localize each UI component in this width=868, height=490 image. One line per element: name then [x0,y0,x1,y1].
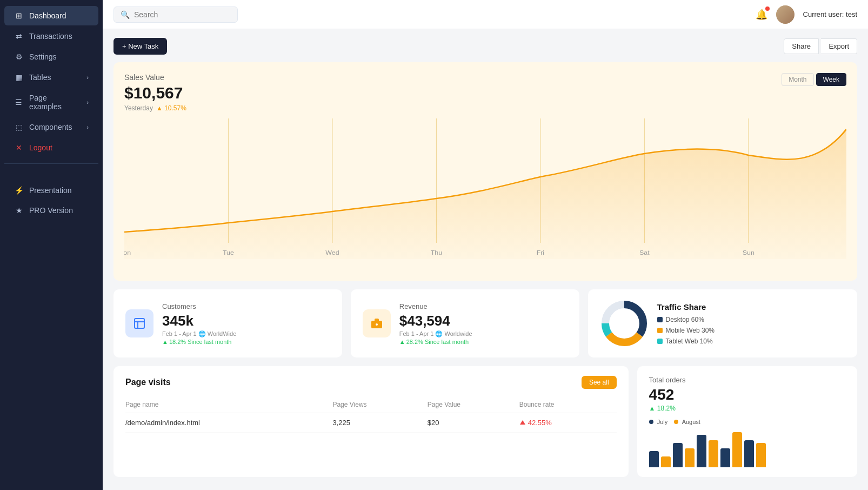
sidebar-item-tables[interactable]: ▦ Tables › [4,68,98,87]
page-examples-icon: ☰ [14,98,24,107]
share-export-group: Share Export [784,38,857,54]
legend-item-desktop: Desktop 60% [657,316,715,323]
legend-august: August [674,419,700,425]
traffic-share-info: Traffic Share Desktop 60% Mobile Web 30% [657,302,715,345]
sidebar-item-logout[interactable]: ✕ Logout [4,138,98,157]
period-buttons: Month Week [782,73,846,86]
col-bounce-rate: Bounce rate [519,396,617,413]
bar-july-2 [673,443,683,467]
sidebar-item-transactions[interactable]: ⇄ Transactions [4,27,98,46]
bottom-row: Page visits See all Page name Page Views… [113,366,857,477]
sales-change: ▲ 10.57% [156,104,186,112]
sidebar-item-settings[interactable]: ⚙ Settings [4,47,98,67]
row-value: $20 [428,413,519,433]
dashboard-icon: ⊞ [14,11,24,20]
july-dot [649,420,653,424]
period-week-button[interactable]: Week [816,73,846,86]
legend-item-mobile: Mobile Web 30% [657,327,715,334]
topbar-right: 🔔 Current user: test [756,5,857,24]
page-visits-title: Page visits [125,378,171,387]
orders-bar-chart [649,429,845,467]
sidebar-item-label: PRO Version [29,206,73,215]
topbar: 🔍 🔔 Current user: test [103,0,868,29]
sidebar-item-label: Logout [29,143,52,152]
page-visits-header: Page visits See all [125,376,617,389]
sidebar-divider [4,163,98,164]
see-all-button[interactable]: See all [582,376,617,389]
sidebar-item-components[interactable]: ⬚ Components › [4,117,98,137]
content-area: + New Task Share Export Sales Value $10,… [103,29,868,490]
customers-icon-box [125,309,153,337]
tablet-dot [657,339,663,344]
settings-icon: ⚙ [14,52,24,61]
sidebar-item-label: Settings [29,52,57,61]
action-bar: + New Task Share Export [113,38,857,55]
sidebar-item-dashboard[interactable]: ⊞ Dashboard [4,6,98,25]
svg-text:Mon: Mon [124,249,131,256]
new-task-button[interactable]: + New Task [113,38,167,55]
sales-title: Sales Value [124,73,186,82]
search-box[interactable]: 🔍 [113,6,238,23]
row-views: 3,225 [332,413,427,433]
customers-date-range: Feb 1 - Apr 1 🌐 WorldWide [162,330,330,337]
sidebar-item-pro-version[interactable]: ★ PRO Version [4,201,98,220]
presentation-icon: ⚡ [14,186,24,195]
august-dot [674,420,678,424]
mobile-label: Mobile Web 30% [666,327,715,334]
sidebar-item-label: Tables [29,73,51,82]
mobile-dot [657,328,663,333]
search-input[interactable] [134,10,231,19]
col-page-value: Page Value [428,396,519,413]
period-month-button[interactable]: Month [782,73,813,86]
row-page: /demo/admin/index.html [125,413,332,433]
bar-july-4 [720,448,730,467]
traffic-donut-chart [600,299,649,348]
svg-text:Fri: Fri [537,249,545,256]
export-button[interactable]: Export [821,38,857,54]
donut-legend: Desktop 60% Mobile Web 30% Tablet Web 10… [657,316,715,345]
customers-icon [133,317,146,330]
bar-aug-5 [756,443,766,467]
svg-text:Tue: Tue [223,249,234,256]
revenue-icon [370,317,383,330]
svg-rect-13 [135,319,144,328]
customers-value: 345k [162,313,330,329]
arrow-up-icon [519,420,526,426]
revenue-value: $43,594 [399,313,567,329]
bar-aug-1 [661,456,671,467]
tables-icon: ▦ [14,73,24,82]
desktop-dot [657,317,663,322]
bar-july-1 [649,451,659,467]
customers-card: Customers 345k Feb 1 - Apr 1 🌐 WorldWide… [113,289,342,357]
user-name: Current user: test [803,10,857,18]
orders-label: Total orders [649,376,845,384]
orders-change: ▲ 18.2% [649,405,845,412]
revenue-icon-box [363,309,391,337]
revenue-change: ▲28.2% Since last month [399,339,567,345]
svg-text:Sat: Sat [639,249,650,256]
chart-header: Sales Value $10,567 Yesterday ▲ 10.57% M… [124,73,846,118]
avatar [776,5,794,24]
bounce-indicator: 42.55% [519,419,617,427]
sidebar: ⊞ Dashboard ⇄ Transactions ⚙ Settings ▦ … [0,0,103,490]
logout-icon: ✕ [14,143,24,152]
row-bounce: 42.55% [519,413,617,433]
bar-aug-3 [709,440,718,467]
tablet-label: Tablet Web 10% [666,337,713,345]
share-button[interactable]: Share [784,38,819,54]
main-content: 🔍 🔔 Current user: test + New Task Share … [103,0,868,490]
svg-text:Wed: Wed [325,249,339,256]
sidebar-item-presentation[interactable]: ⚡ Presentation [4,181,98,200]
sidebar-item-page-examples[interactable]: ☰ Page examples › [4,88,98,116]
revenue-label: Revenue [399,302,567,310]
chevron-right-icon: › [86,124,89,130]
sidebar-item-label: Transactions [29,32,72,41]
col-page-views: Page Views [332,396,427,413]
notification-button[interactable]: 🔔 [756,9,767,21]
traffic-title: Traffic Share [657,302,715,312]
svg-text:Thu: Thu [431,249,442,256]
orders-legend: July August [649,419,845,425]
bar-july-5 [744,440,754,467]
sales-line-chart: Mon Tue Wed Thu Fri Sat Sun [124,118,846,259]
sidebar-item-label: Dashboard [29,11,66,20]
